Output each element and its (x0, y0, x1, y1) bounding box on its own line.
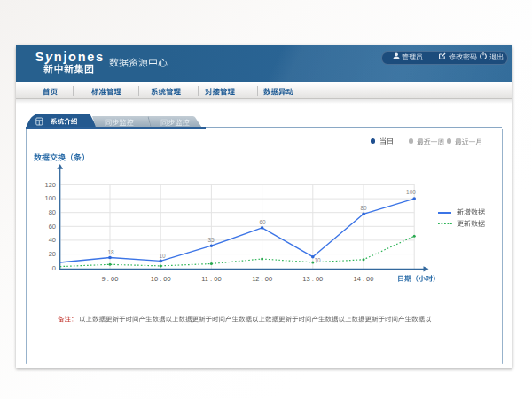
svg-text:100: 100 (406, 189, 416, 195)
svg-text:18: 18 (107, 249, 114, 255)
svg-text:120: 120 (44, 181, 56, 189)
svg-text:100: 100 (44, 194, 56, 202)
svg-text:11 : 00: 11 : 00 (201, 275, 221, 283)
svg-text:13 : 00: 13 : 00 (302, 275, 323, 283)
svg-text:10: 10 (314, 257, 321, 263)
svg-text:80: 80 (49, 208, 56, 216)
svg-text:40: 40 (49, 236, 56, 244)
svg-text:12 : 00: 12 : 00 (252, 275, 272, 283)
svg-text:60: 60 (49, 223, 56, 231)
svg-text:35: 35 (207, 237, 215, 243)
svg-text:0: 0 (52, 264, 56, 272)
svg-text:60: 60 (259, 219, 266, 225)
svg-text:9 : 00: 9 : 00 (102, 275, 119, 283)
svg-text:14 : 00: 14 : 00 (354, 275, 374, 283)
svg-text:10 : 00: 10 : 00 (151, 275, 171, 283)
svg-text:80: 80 (360, 205, 367, 211)
svg-text:20: 20 (49, 250, 56, 258)
svg-text:10: 10 (159, 253, 166, 259)
